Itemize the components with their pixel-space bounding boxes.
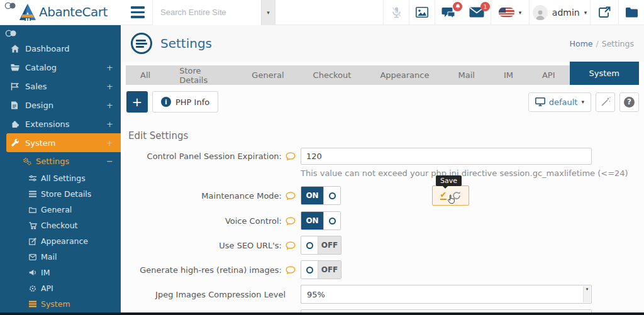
help-button[interactable]: ? — [619, 92, 639, 112]
hint-bubble-icon[interactable] — [286, 217, 296, 225]
toggle-on-segment[interactable] — [301, 236, 318, 254]
abantecart-logo-icon[interactable] — [19, 4, 36, 21]
puzzle-icon — [11, 119, 25, 128]
sidebar-item-settings[interactable]: Settings − — [0, 152, 121, 170]
session-expiration-label: Control Panel Session Expiration: — [147, 152, 282, 161]
cart-icon — [29, 222, 41, 229]
sidebar-item-api[interactable]: API — [0, 280, 121, 296]
sidebar-item-store-details[interactable]: Store Details — [0, 186, 121, 202]
add-button[interactable]: + — [126, 91, 148, 113]
breadcrumb-home-link[interactable]: Home — [570, 39, 593, 48]
hint-bubble-icon[interactable] — [286, 152, 296, 160]
seo-urls-toggle[interactable]: OFF — [301, 236, 341, 255]
sidebar-collapse-icon[interactable] — [0, 25, 121, 39]
toggle-on-segment[interactable]: ON — [301, 212, 323, 229]
toggle-on-segment[interactable]: ON — [301, 187, 323, 204]
toggle-off-segment[interactable] — [323, 212, 340, 229]
sidebar-item-dashboard[interactable]: Dashboard — [0, 39, 121, 58]
toggle-on-segment[interactable] — [301, 261, 318, 279]
sidebar-item-im[interactable]: IM — [0, 265, 121, 280]
tab-store-details[interactable]: Store Details — [165, 65, 237, 85]
search-input[interactable] — [153, 0, 261, 25]
sidebar-item-sales[interactable]: Sales + — [0, 77, 121, 96]
abantecart-admin: AbanteCart ▾ — [0, 0, 644, 315]
brand-name[interactable]: AbanteCart — [39, 4, 108, 19]
hamburger-menu-icon[interactable] — [131, 6, 145, 18]
save-check-icon[interactable]: ✔ — [440, 192, 447, 200]
wrench-icon — [11, 138, 25, 147]
settings-page-icon — [131, 33, 152, 54]
tab-checkout[interactable]: Checkout — [299, 65, 366, 85]
save-button[interactable]: Save ✔ — [432, 185, 469, 206]
edit-settings-form: Edit Settings Control Panel Session Expi… — [121, 113, 644, 315]
session-expiration-help: This value can not exceed your php.ini d… — [301, 169, 639, 178]
list-icon — [29, 191, 41, 197]
notification-badge — [453, 2, 462, 11]
hint-bubble-icon[interactable] — [286, 241, 296, 250]
save-tooltip: Save — [436, 175, 462, 186]
files-icon[interactable] — [619, 0, 644, 25]
hand-cursor-icon — [447, 194, 457, 205]
user-menu[interactable]: admin ▾ — [530, 0, 590, 25]
bars-icon — [29, 301, 41, 307]
collapse-toggle-icon[interactable] — [4, 2, 16, 9]
tab-mail[interactable]: Mail — [443, 65, 489, 85]
sidebar-item-design[interactable]: Design + — [0, 96, 121, 114]
question-icon: ? — [624, 97, 635, 108]
gears-icon — [23, 157, 36, 165]
sidebar-item-general[interactable]: General — [0, 202, 121, 218]
sidebar-item-extensions[interactable]: Extensions + — [0, 114, 121, 133]
hint-bubble-icon[interactable] — [286, 266, 296, 274]
jpeg-compression-select[interactable]: 95% ▾ — [301, 285, 592, 304]
radio-circle-icon — [306, 267, 313, 274]
tab-system[interactable]: System — [570, 62, 639, 85]
session-expiration-row: Control Panel Session Expiration: — [127, 148, 639, 165]
select-caret-icon[interactable]: ▾ — [583, 286, 591, 302]
sidebar-item-mail[interactable]: Mail — [0, 249, 121, 265]
search-scope-caret-icon[interactable]: ▾ — [261, 0, 275, 25]
breadcrumb: Home / Settings — [570, 39, 634, 48]
tab-all[interactable]: All — [126, 65, 165, 85]
notifications-icon[interactable] — [435, 0, 463, 25]
customize-button[interactable] — [596, 92, 615, 112]
retina-images-toggle[interactable]: OFF — [301, 260, 341, 279]
view-storefront-icon[interactable] — [591, 0, 618, 25]
voice-control-row: Voice Control: ON — [127, 211, 639, 230]
toggle-off-segment[interactable]: OFF — [318, 261, 341, 279]
template-caret-icon: ▾ — [581, 99, 584, 105]
sidebar-item-system-settings[interactable]: System — [0, 296, 121, 312]
info-icon: i — [161, 97, 171, 107]
retina-images-label: Generate high-res (retina) images: — [140, 265, 282, 275]
tab-appearance[interactable]: Appearance — [365, 65, 443, 85]
sidebar-item-catalog[interactable]: Catalog + — [0, 58, 121, 77]
toggle-off-segment[interactable] — [323, 187, 340, 204]
maintenance-mode-toggle[interactable]: ON — [301, 186, 341, 205]
messages-badge: 1 — [480, 2, 490, 11]
home-icon — [11, 45, 25, 53]
sidebar-item-all-settings[interactable]: All Settings — [0, 170, 121, 186]
us-flag-icon — [499, 8, 514, 17]
media-manager-icon[interactable] — [409, 0, 435, 25]
session-expiration-input[interactable] — [301, 148, 592, 165]
flag-icon — [11, 82, 25, 91]
template-selector-button[interactable]: default ▾ — [528, 92, 591, 112]
jpeg-compression-row: Jpeg Images Compression Level 95% ▾ — [127, 285, 639, 304]
top-header: AbanteCart ▾ — [0, 0, 644, 25]
tab-general[interactable]: General — [237, 65, 298, 85]
page-title: Settings — [160, 36, 212, 51]
sidebar-item-checkout[interactable]: Checkout — [0, 218, 121, 233]
gear-icon — [29, 285, 41, 292]
messages-icon[interactable]: 1 — [463, 0, 491, 25]
microphone-muted-icon[interactable] — [384, 0, 409, 25]
toggle-off-segment[interactable]: OFF — [318, 236, 341, 254]
language-selector[interactable]: ▾ — [491, 0, 529, 25]
tab-api[interactable]: API — [528, 65, 570, 85]
hint-bubble-icon[interactable] — [286, 192, 296, 200]
window-bottom-edge — [0, 312, 644, 315]
sidebar-item-system[interactable]: System + — [6, 133, 121, 152]
tab-im[interactable]: IM — [489, 65, 528, 85]
php-info-button[interactable]: i PHP Info — [152, 91, 218, 113]
voice-control-toggle[interactable]: ON — [301, 211, 341, 230]
megaphone-icon — [29, 269, 41, 276]
sidebar-item-appearance[interactable]: Appearance — [0, 233, 121, 249]
